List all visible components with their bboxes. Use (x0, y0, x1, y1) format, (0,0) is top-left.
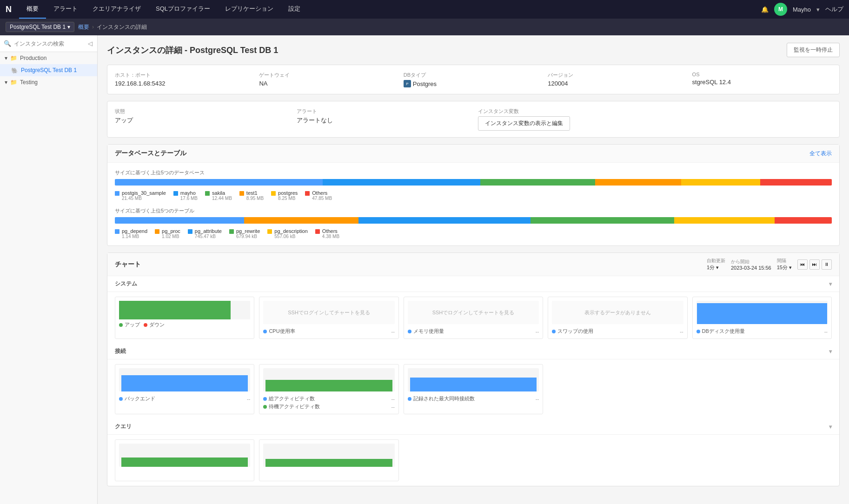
backend-label: バックエンド (125, 395, 155, 402)
dbtype-label: DBタイプ (404, 72, 543, 79)
db-legend-item: sakila12.44 MB (205, 190, 232, 201)
sidebar-search-container: 🔍 ◁ (0, 35, 97, 52)
max-conn-bar-area (408, 368, 539, 391)
info-version: バージョン 120004 (548, 72, 687, 87)
chart-prev-button[interactable]: ⏭ (809, 259, 820, 270)
nav-sql-profiler[interactable]: SQLプロファイラー (148, 0, 218, 19)
chevron-down-icon: ▾ (67, 24, 70, 30)
backend-dot (119, 397, 123, 401)
cpu-label: CPU使用率 (269, 328, 295, 335)
db-legend-item: test18.95 MB (239, 190, 264, 201)
up-dot (119, 323, 123, 327)
alert-label: アラート (297, 108, 474, 115)
query-subsection-header: クエリ ▾ (107, 419, 839, 435)
total-act-dot (263, 397, 267, 401)
auto-update-value[interactable]: 1分 ▾ (707, 264, 719, 271)
legend-text: pg_description557.06 kB (274, 228, 308, 239)
cpu-legend: CPU使用率 -- (263, 328, 394, 335)
chart-pause-button[interactable]: ⏸ (822, 259, 832, 270)
page-header: インスタンスの詳細 - PostgreSQL Test DB 1 監視を一時停止 (107, 43, 840, 57)
info-host: ホスト：ポート 192.168.1.68:5432 (115, 72, 254, 87)
table-legend-item: pg_description557.06 kB (267, 228, 308, 239)
legend-dot (155, 229, 159, 234)
range-value[interactable]: 15分 ▾ (777, 264, 792, 271)
os-value: stgreSQL 12.4 (692, 79, 832, 86)
legend-text: pg_proc1.02 MB (162, 228, 180, 239)
system-label: システム (115, 280, 137, 288)
search-input[interactable] (14, 40, 84, 47)
memory-chart: SSHでログインしてチャートを見る メモリ使用量 -- (404, 297, 543, 339)
legend-dot (229, 229, 234, 234)
table-legend-item: pg_attribute745.47 kB (188, 228, 222, 239)
page-title: インスタンスの詳細 - PostgreSQL Test DB 1 (107, 45, 278, 56)
folder-icon: 📁 (10, 55, 17, 61)
up-label: アップ (125, 321, 140, 328)
legend-dot (305, 191, 310, 196)
info-dbtype: DBタイプ P Postgres (404, 72, 543, 87)
chevron-down-icon: ▾ (716, 265, 719, 271)
breadcrumb-separator: › (92, 24, 94, 30)
nav-overview[interactable]: 概要 (19, 0, 46, 19)
chevron-down-icon: ▾ (5, 55, 7, 61)
legend-dot (205, 191, 210, 196)
os-label: OS (692, 72, 832, 77)
max-conn-bar (410, 378, 537, 391)
db-section-body: サイズに基づく上位5つのデータベース postgis_30_sample21.4… (107, 163, 839, 245)
show-all-button[interactable]: 全て表示 (809, 150, 832, 158)
nav-replication[interactable]: レプリケーション (218, 0, 281, 19)
query-bar-area-2 (263, 444, 394, 467)
instance-selector[interactable]: PostgreSQL Test DB 1 ▾ (6, 22, 74, 32)
swap-value: -- (680, 329, 683, 334)
collapse-system-icon[interactable]: ▾ (829, 281, 832, 287)
memory-label: メモリ使用量 (413, 328, 444, 335)
nav-query-analyzer[interactable]: クエリアナライザ (85, 0, 148, 19)
status-grid: 状態 アップ アラート アラートなし インスタンス変数 インスタンス変数の表示と… (107, 101, 840, 138)
bell-icon[interactable]: 🔔 (761, 6, 769, 13)
sidebar-group-production-header[interactable]: ▾ 📁 Production (0, 52, 97, 64)
main-layout: 🔍 ◁ ▾ 📁 Production 🐘 PostgreSQL Test DB … (0, 35, 849, 504)
charts-header: チャート 自動更新 1分 ▾ から開始 2023-03-2 (107, 253, 839, 276)
main-content: インスタンスの詳細 - PostgreSQL Test DB 1 監視を一時停止… (98, 35, 849, 504)
table-bar-segment (244, 217, 359, 224)
swap-label: スワップの使用 (557, 328, 593, 335)
legend-dot (115, 191, 119, 196)
legend-text: postgis_30_sample21.45 MB (122, 190, 166, 201)
charts-section: チャート 自動更新 1分 ▾ から開始 2023-03-2 (107, 252, 840, 486)
collapse-query-icon[interactable]: ▾ (829, 424, 832, 430)
avatar: M (774, 3, 787, 16)
down-dot (144, 323, 147, 327)
app-logo: N (6, 5, 12, 14)
legend-text: pg_depend1.14 MB (122, 228, 147, 239)
host-label: ホスト：ポート (115, 72, 254, 79)
back-icon[interactable]: ◁ (87, 39, 93, 48)
sidebar-group-testing-header[interactable]: ▾ 📁 Testing (0, 76, 97, 88)
collapse-connection-icon[interactable]: ▾ (829, 348, 832, 355)
max-conn-legend: 記録された最大同時接続数 -- (408, 395, 539, 402)
gateway-value: NA (259, 80, 398, 87)
status-value: アップ (115, 116, 292, 125)
max-conn-chart: 記録された最大同時接続数 -- (404, 364, 543, 414)
breadcrumb-overview[interactable]: 概要 (78, 23, 89, 31)
help-link[interactable]: ヘルプ (825, 5, 843, 13)
total-act-bar (265, 380, 392, 391)
pause-monitoring-button[interactable]: 監視を一時停止 (787, 43, 840, 57)
chart-prev-prev-button[interactable]: ⏮ (797, 259, 808, 270)
alert-item: アラート アラートなし (297, 108, 474, 131)
legend-dot (173, 191, 178, 196)
nav-settings[interactable]: 設定 (281, 0, 308, 19)
host-value: 192.168.1.68:5432 (115, 80, 254, 87)
auto-update-control: 自動更新 1分 ▾ (707, 258, 725, 271)
nav-right: 🔔 M Mayho ▾ ヘルプ (761, 3, 843, 16)
db-section-title: データベースとテーブル (115, 149, 186, 158)
legend-dot (315, 229, 320, 234)
query-mini-charts (107, 435, 839, 486)
instance-vars-button[interactable]: インスタンス変数の表示と編集 (478, 116, 570, 131)
user-name[interactable]: Mayho (793, 6, 811, 13)
sidebar-item-postgresql-test-db-1[interactable]: 🐘 PostgreSQL Test DB 1 (0, 64, 97, 76)
nav-alerts[interactable]: アラート (46, 0, 85, 19)
range-label: 間隔 (777, 258, 786, 264)
memory-value: -- (536, 329, 539, 334)
total-act-legend: 総アクティビティ数 -- (263, 395, 394, 402)
db-legend-item: postgres8.25 MB (271, 190, 298, 201)
table-bar-segment (358, 217, 531, 224)
